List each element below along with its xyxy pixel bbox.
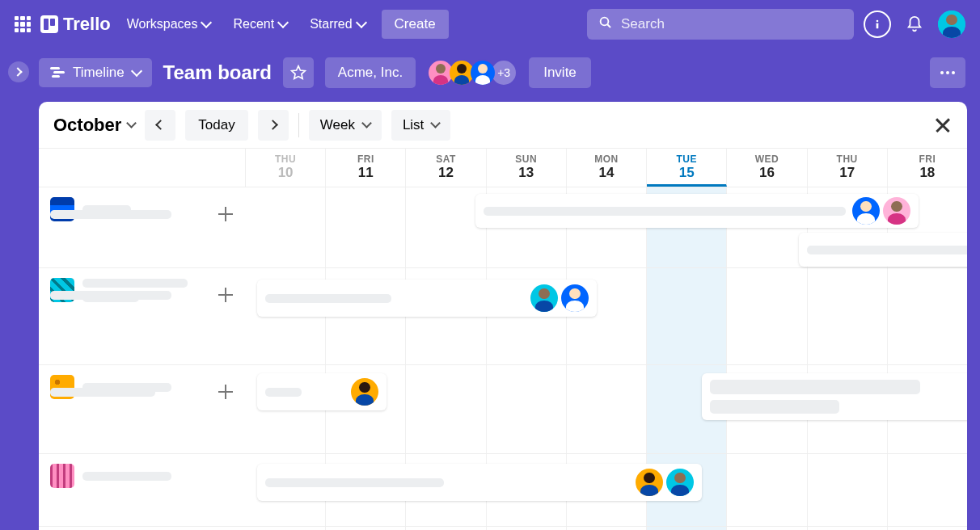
timeline-card[interactable] [257,464,702,501]
day-column[interactable]: TUE15 [647,149,727,187]
timeline-card[interactable] [257,280,597,317]
card-member-avatar [666,469,694,496]
timeline-calendar: THU10FRI11SAT12SUN13MON14TUE15WED16THU17… [39,149,967,530]
card-member-avatar [530,284,558,312]
app-name: Trello [63,14,111,35]
search-input[interactable]: Search [587,9,854,40]
board-header: Timeline Team board Acme, Inc. +3 Invite [0,48,980,97]
day-of-week: THU [246,154,325,165]
day-number: 12 [406,165,485,181]
divider [298,113,299,137]
info-icon[interactable] [864,11,891,38]
list-row [39,268,967,365]
day-column[interactable]: THU17 [808,149,888,187]
lists-gutter [39,149,246,187]
month-selector[interactable]: October [53,115,135,136]
user-avatar[interactable] [938,11,965,38]
timeline-card[interactable] [475,194,919,228]
card-member-avatar [561,284,589,312]
list-row [39,454,967,527]
chevron-down-icon [126,118,137,128]
global-topbar: Trello Workspaces Recent Starred Create … [0,0,980,48]
day-column[interactable]: SUN13 [487,149,567,187]
workspace-button[interactable]: Acme, Inc. [325,57,416,88]
app-switcher-icon[interactable] [15,16,31,32]
day-column[interactable]: WED16 [727,149,807,187]
groupby-selector[interactable]: List [391,110,450,141]
sidebar-expand-button[interactable] [8,61,29,82]
svg-rect-3 [877,23,879,29]
day-number: 10 [246,165,325,181]
board-members[interactable]: +3 [427,59,517,86]
day-column[interactable]: THU10 [246,149,326,187]
invite-button[interactable]: Invite [529,57,591,88]
board-title[interactable]: Team board [163,61,272,84]
svg-line-1 [607,24,610,27]
timeline-panel: October Today Week List THU10FRI11SAT12S… [39,102,967,530]
day-number: 11 [326,165,405,181]
list-header[interactable] [39,365,246,409]
chevron-down-icon [131,65,142,77]
nav-workspaces[interactable]: Workspaces [120,12,218,36]
chevron-right-icon [268,120,278,130]
day-of-week: WED [727,154,806,165]
card-member-avatar [351,378,378,406]
chevron-left-icon [155,120,166,130]
add-card-button[interactable] [217,383,234,401]
day-of-week: FRI [888,154,967,165]
list-header[interactable] [39,454,246,498]
timeline-toolbar: October Today Week List [39,102,967,149]
add-card-button[interactable] [217,286,234,304]
day-number: 14 [567,165,646,181]
timeline-card[interactable] [799,233,967,267]
day-of-week: SUN [487,154,566,165]
view-switcher-timeline[interactable]: Timeline [39,58,152,87]
today-button[interactable]: Today [185,110,247,141]
list-header[interactable] [39,268,246,312]
board-menu-button[interactable] [930,57,965,88]
star-board-button[interactable] [283,57,314,88]
create-button[interactable]: Create [382,10,449,39]
day-of-week: THU [808,154,887,165]
card-member-avatar [852,197,880,225]
timeline-card[interactable] [702,373,967,420]
day-of-week: TUE [647,154,726,165]
add-card-button[interactable] [217,205,234,223]
search-placeholder: Search [621,16,665,32]
nav-recent[interactable]: Recent [226,12,294,36]
chevron-down-icon [430,118,441,128]
day-number: 16 [727,165,806,181]
list-header[interactable] [39,187,246,231]
day-of-week: FRI [326,154,405,165]
list-row [39,365,967,454]
search-icon [598,15,613,33]
next-period-button[interactable] [258,110,289,141]
list-row [39,187,967,268]
day-number: 15 [647,165,726,181]
list-color-swatch [50,464,74,488]
svg-point-0 [601,18,609,26]
chevron-right-icon [13,67,22,76]
nav-starred[interactable]: Starred [303,12,371,36]
close-timeline-button[interactable] [933,116,953,135]
day-number: 17 [808,165,887,181]
zoom-selector[interactable]: Week [309,110,382,141]
prev-period-button[interactable] [145,110,175,141]
chevron-down-icon [361,118,372,128]
day-column[interactable]: SAT12 [406,149,486,187]
timeline-icon [50,67,65,78]
chevron-down-icon [201,17,212,28]
card-member-avatar [636,469,663,496]
day-number: 18 [888,165,967,181]
day-of-week: MON [567,154,646,165]
trello-logo[interactable]: Trello [40,14,111,35]
day-column[interactable]: FRI18 [888,149,967,187]
day-headers: THU10FRI11SAT12SUN13MON14TUE15WED16THU17… [39,149,967,187]
notifications-icon[interactable] [901,11,928,38]
day-column[interactable]: MON14 [567,149,647,187]
ellipsis-icon [940,71,955,74]
chevron-down-icon [277,17,289,28]
timeline-card[interactable] [257,373,387,410]
day-column[interactable]: FRI11 [326,149,406,187]
day-of-week: SAT [406,154,485,165]
